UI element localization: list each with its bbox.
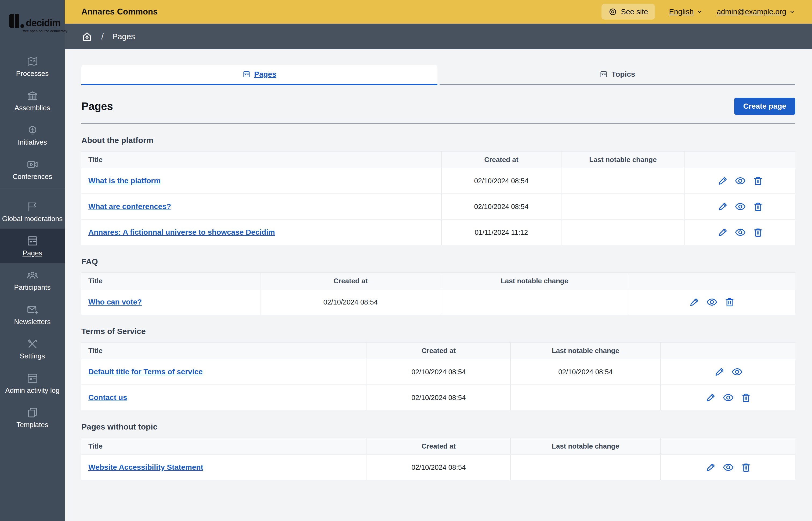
sidebar-item-initiatives[interactable]: Initiatives: [0, 118, 65, 152]
sidebar-item-newsletters[interactable]: Newsletters: [0, 297, 65, 332]
edit-button[interactable]: [705, 392, 716, 403]
sidebar-item-pages[interactable]: Pages: [0, 229, 65, 263]
map-icon: [26, 55, 39, 68]
section-about-the-platform: About the platformTitleCreated atLast no…: [81, 135, 795, 245]
sidebar-item-global-moderations[interactable]: Global moderations: [0, 194, 65, 229]
create-page-button[interactable]: Create page: [734, 98, 795, 115]
created-at-cell: 02/10/2024 08:54: [260, 290, 441, 315]
sidebar-group-admin: Global moderationsPagesParticipantsNewsl…: [0, 188, 65, 435]
mail-add-icon: [26, 303, 39, 316]
preview-button[interactable]: [723, 462, 734, 473]
page-title-link[interactable]: Contact us: [88, 393, 127, 402]
sidebar-item-label: Participants: [13, 284, 52, 291]
sidebar-item-admin-activity-log[interactable]: Admin activity log: [0, 366, 65, 400]
date-value: 02/10/2024 08:54: [474, 203, 529, 211]
row-actions: [705, 392, 752, 403]
delete-button[interactable]: [724, 296, 735, 308]
table-header-row: TitleCreated atLast notable change: [81, 437, 795, 454]
preview-button[interactable]: [735, 201, 746, 212]
tools-icon: [26, 338, 39, 350]
delete-button[interactable]: [752, 227, 764, 238]
sidebar-item-participants[interactable]: Participants: [0, 263, 65, 297]
tab-topics[interactable]: Topics: [440, 65, 796, 85]
column-header: Last notable change: [511, 343, 661, 359]
pages-table: TitleCreated atLast notable changeWhat i…: [81, 151, 795, 245]
eye-icon: [731, 366, 743, 378]
title-cell: Contact us: [81, 385, 367, 410]
preview-button[interactable]: [731, 366, 743, 378]
row-actions: [717, 227, 764, 238]
page-title-link[interactable]: Default title for Terms of service: [88, 367, 203, 376]
row-actions: [705, 462, 752, 473]
building-icon: [26, 90, 39, 102]
page-title-link[interactable]: What are conferences?: [88, 202, 171, 211]
created-at-cell: 02/10/2024 08:54: [367, 359, 511, 384]
title-cell: What are conferences?: [81, 194, 442, 219]
sidebar-item-templates[interactable]: Templates: [0, 400, 65, 435]
sidebar-item-label: Conferences: [11, 173, 54, 181]
preview-button[interactable]: [723, 392, 734, 403]
chevron-down-icon: [696, 8, 703, 15]
sidebar-item-conferences[interactable]: Conferences: [0, 152, 65, 186]
preview-button[interactable]: [706, 296, 718, 308]
last-change-cell: [441, 290, 628, 315]
decidim-logo-mark: decidim: [9, 14, 59, 28]
last-change-cell: [511, 455, 661, 480]
edit-button[interactable]: [688, 296, 700, 308]
column-header: Created at: [442, 152, 561, 168]
column-header: Created at: [367, 343, 511, 359]
page-title-link[interactable]: What is the platform: [88, 177, 161, 185]
trash-icon: [740, 462, 752, 473]
page-title-link[interactable]: Website Accessibility Statement: [88, 463, 203, 472]
tab-pages[interactable]: Pages: [81, 65, 437, 85]
created-at-cell: 01/11/2024 11:12: [442, 220, 561, 245]
edit-button[interactable]: [717, 201, 728, 212]
edit-button[interactable]: [717, 227, 728, 238]
article-icon: [26, 235, 39, 247]
date-value: 02/10/2024 08:54: [323, 298, 378, 307]
sidebar-item-assemblies[interactable]: Assemblies: [0, 84, 65, 118]
top-bar-actions: See site English admin@example.org: [601, 4, 795, 20]
table-header-row: TitleCreated atLast notable change: [81, 272, 795, 289]
table-row: What are conferences?02/10/2024 08:54: [81, 194, 795, 219]
decidim-logo: decidim free open-source democracy: [0, 0, 65, 49]
copy-icon: [26, 406, 39, 419]
last-change-cell: 02/10/2024 08:54: [511, 359, 661, 384]
home-gear-icon[interactable]: [81, 31, 93, 42]
row-actions: [717, 201, 764, 212]
section-faq: FAQTitleCreated atLast notable changeWho…: [81, 257, 795, 315]
actions-cell: [661, 385, 795, 410]
delete-button[interactable]: [740, 392, 752, 403]
table-row: What is the platform02/10/2024 08:54: [81, 168, 795, 194]
delete-button[interactable]: [752, 201, 764, 212]
eye-icon: [723, 462, 734, 473]
delete-button[interactable]: [752, 175, 764, 186]
column-header: Last notable change: [511, 438, 661, 454]
chevron-down-icon: [789, 8, 795, 15]
eye-icon: [723, 392, 734, 403]
eye-icon: [706, 296, 718, 308]
delete-button[interactable]: [740, 462, 752, 473]
actions-cell: [661, 455, 795, 480]
table-header-row: TitleCreated atLast notable change: [81, 342, 795, 359]
title-cell: Website Accessibility Statement: [81, 455, 367, 480]
edit-button[interactable]: [705, 462, 716, 473]
edit-button[interactable]: [717, 175, 728, 186]
eye-icon: [735, 227, 746, 238]
page-title-link[interactable]: Who can vote?: [88, 298, 142, 307]
preview-button[interactable]: [735, 175, 746, 186]
sidebar-item-processes[interactable]: Processes: [0, 49, 65, 84]
page-title-link[interactable]: Annares: A fictionnal universe to showca…: [88, 228, 275, 236]
see-site-button[interactable]: See site: [601, 4, 655, 20]
edit-button[interactable]: [714, 366, 725, 378]
last-change-cell: [561, 220, 685, 245]
divider: [81, 123, 795, 124]
breadcrumb-current: Pages: [112, 32, 135, 41]
sidebar-group-spaces: ProcessesAssembliesInitiativesConference…: [0, 49, 65, 188]
eye-icon: [735, 201, 746, 212]
section-title: FAQ: [81, 257, 795, 266]
preview-button[interactable]: [735, 227, 746, 238]
account-dropdown[interactable]: admin@example.org: [717, 7, 795, 16]
language-dropdown[interactable]: English: [669, 7, 703, 16]
sidebar-item-settings[interactable]: Settings: [0, 332, 65, 366]
